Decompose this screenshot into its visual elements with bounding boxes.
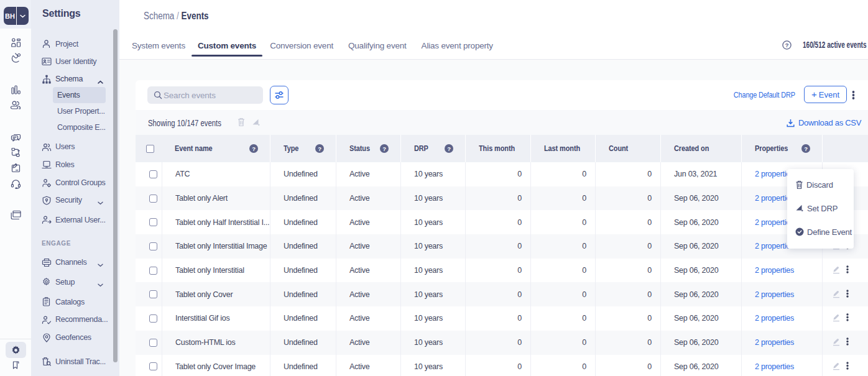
svg-text:?: ? bbox=[785, 42, 789, 48]
